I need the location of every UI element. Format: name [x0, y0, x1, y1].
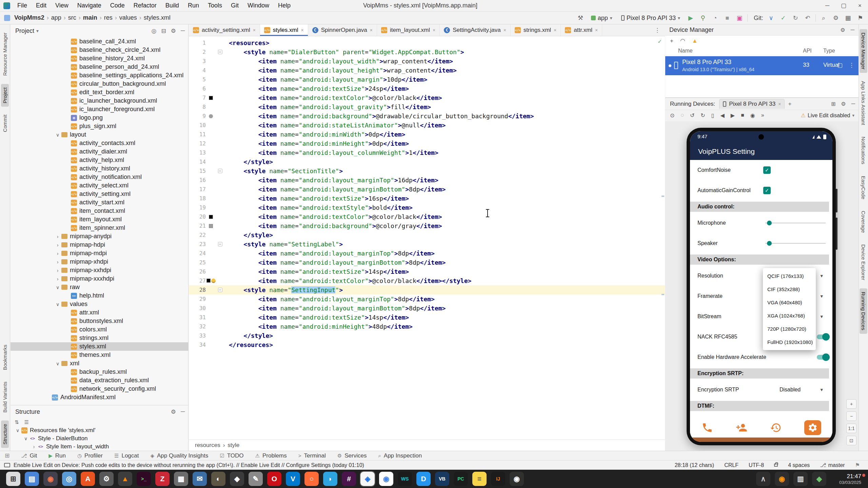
volume-icon[interactable]: ◌	[680, 112, 684, 119]
project-tree-item-data-extraction-rules-xml[interactable]: </>data_extraction_rules.xml	[11, 376, 188, 385]
fold-device-icon[interactable]: ▯	[711, 112, 714, 119]
tab-options-icon[interactable]: ⋮	[650, 24, 665, 36]
screenshot-tray-icon[interactable]: ◆	[812, 472, 826, 486]
resolution-option-vga-640x480-[interactable]: VGA (640x480)	[763, 296, 816, 309]
stop-button[interactable]: ■	[723, 14, 732, 22]
pair-wifi-icon[interactable]: ◠	[680, 37, 685, 44]
project-tree-item-strings-xml[interactable]: </>strings.xml	[11, 334, 188, 342]
dropdown-caret-icon[interactable]: ▾	[820, 387, 823, 393]
zotero-icon[interactable]: Z	[155, 472, 170, 486]
project-tree-item-ic-launcher-background-xml[interactable]: </>ic_launcher_background.xml	[11, 97, 188, 105]
nav-history-icon[interactable]	[770, 422, 782, 433]
tab-spinneropen-java[interactable]: CSpinnerOpen.java×	[308, 24, 377, 36]
intellij-icon[interactable]: IJ	[491, 472, 505, 486]
inspection-ok-icon[interactable]: ✓	[658, 38, 662, 45]
code-editor[interactable]: 1<resources>2− <style name="DialerButton…	[189, 36, 665, 440]
panel-settings-icon[interactable]: ⚙	[841, 101, 846, 107]
close-tab-icon[interactable]: ×	[370, 27, 373, 33]
project-tree-item-mipmap-xxhdpi[interactable]: ›mipmap-xxhdpi	[11, 266, 188, 274]
project-tree-item-baseline-settings-applications-24-xml[interactable]: </>baseline_settings_applications_24.xml	[11, 71, 188, 80]
run-button[interactable]: ▶	[686, 14, 695, 22]
create-device-icon[interactable]: +	[670, 38, 673, 44]
device-selector[interactable]: Pixel 8 Pro API 33 ▾	[618, 14, 683, 22]
caret-position[interactable]: 28:18 (12 chars)	[675, 462, 714, 468]
project-tree-item-item-layout-xml[interactable]: </>item_layout.xml	[11, 215, 188, 224]
zoom-fit-button[interactable]: ⊡	[846, 436, 856, 445]
firefox-tray-icon[interactable]: ◉	[775, 472, 789, 486]
expanded-chevron-icon[interactable]: ∨	[54, 302, 61, 307]
virtualbox-icon[interactable]: VB	[435, 472, 449, 486]
git-history-icon[interactable]: ↻	[791, 14, 800, 22]
hide-panel-icon[interactable]: ─	[181, 408, 185, 415]
code-line[interactable]: 33 </style>	[189, 331, 665, 340]
file-encoding[interactable]: UTF-8	[749, 462, 764, 468]
screen-record-icon[interactable]: ▣	[735, 14, 744, 22]
tool-stripe-commit[interactable]: Commit	[1, 111, 9, 136]
toolwindow-terminal[interactable]: >Terminal	[298, 452, 326, 459]
project-tree-item-item-contact-xml[interactable]: </>item_contact.xml	[11, 207, 188, 215]
code-line[interactable]: 29 <item name="android:layout_marginTop"…	[189, 294, 665, 304]
project-tree-item-mipmap-hdpi[interactable]: ›mipmap-hdpi	[11, 241, 188, 249]
chrome-icon[interactable]: ◉	[379, 472, 393, 486]
code-line[interactable]: 34</resources>	[189, 340, 665, 349]
code-line[interactable]: 11 <item name="android:minWidth">0dp</it…	[189, 130, 665, 139]
project-tree-item-buttonstyles-xml[interactable]: </>buttonstyles.xml	[11, 317, 188, 325]
project-tree-item-mipmap-xxxhdpi[interactable]: ›mipmap-xxxhdpi	[11, 274, 188, 283]
rotate-left-icon[interactable]: ↺	[690, 112, 694, 119]
android-studio-icon[interactable]: ◈	[360, 472, 375, 486]
resolution-option-xga-1024x768-[interactable]: XGA (1024x768)	[763, 309, 816, 322]
menu-edit[interactable]: Edit	[32, 0, 51, 11]
project-tree-item-mipmap-anydpi[interactable]: ›mipmap-anydpi	[11, 232, 188, 241]
code-line[interactable]: 17 <item name="android:layout_marginBott…	[189, 185, 665, 194]
code-line[interactable]: 23− <style name="SettingLabel">	[189, 240, 665, 249]
camera-app-icon[interactable]: ◉	[510, 472, 524, 486]
menu-git[interactable]: Git	[226, 0, 243, 11]
text-editor-icon[interactable]: ✎	[249, 472, 263, 486]
hide-panel-icon[interactable]: ─	[181, 27, 185, 35]
postman-icon[interactable]: ○	[304, 472, 319, 486]
slider-speaker[interactable]	[765, 243, 826, 244]
project-tree-item-activity-contacts-xml[interactable]: </>activity_contacts.xml	[11, 139, 188, 147]
git-branch-widget[interactable]: ⎇ master	[820, 462, 845, 468]
media-player-icon[interactable]: ◉	[43, 472, 58, 486]
inkscape-icon[interactable]: ◆	[230, 472, 244, 486]
line-separator[interactable]: CRLF	[724, 462, 738, 468]
breadcrumb-res[interactable]: res	[103, 14, 114, 22]
project-tree-item-activity-help-xml[interactable]: </>activity_help.xml	[11, 156, 188, 164]
live-edit-status[interactable]: ⚠ Live Edit disabled ▾	[801, 112, 854, 119]
project-tree-item-activity-history-xml[interactable]: </>activity_history.xml	[11, 164, 188, 173]
code-line[interactable]: 4 <item name="android:layout_height">wra…	[189, 66, 665, 75]
menu-tools[interactable]: Tools	[203, 0, 226, 11]
project-tree-item-network-security-config-xml[interactable]: </>network_security_config.xml	[11, 385, 188, 393]
breadcrumb-app[interactable]: app	[50, 14, 63, 22]
show-apps-icon[interactable]: ⊞	[6, 472, 20, 486]
dropdown-caret-icon[interactable]: ▾	[820, 273, 823, 279]
gimp-icon[interactable]: ◐	[211, 472, 225, 486]
notifications-bell-icon[interactable]: ⚑	[856, 14, 865, 22]
telegram-icon[interactable]: ◗	[323, 472, 337, 486]
code-line[interactable]: 16 <item name="android:layout_marginTop"…	[189, 176, 665, 185]
float-window-icon[interactable]: ⊞	[831, 101, 835, 107]
tool-stripe-easycode[interactable]: EasyCode	[860, 172, 867, 203]
code-line[interactable]: 28− <style name="SettingInput">	[189, 285, 665, 294]
expanded-chevron-icon[interactable]: ∨	[22, 436, 29, 441]
toolwindow-problems[interactable]: ⚠Problems	[255, 452, 287, 459]
code-line[interactable]: 13 <item name="android:layout_columnWeig…	[189, 148, 665, 157]
maximize-button[interactable]: ▢	[835, 0, 852, 11]
tool-stripe-running-devices[interactable]: Running Devices	[860, 288, 867, 333]
zoom-reset-button[interactable]: 1:1	[846, 424, 856, 433]
toolwindow-app-quality-insights[interactable]: ◈App Quality Insights	[150, 452, 208, 459]
menu-help[interactable]: Help	[274, 0, 295, 11]
terminal-icon[interactable]: >_	[137, 472, 151, 486]
resolution-option-qcif-176x133-[interactable]: QCIF (176x133)	[763, 269, 816, 283]
code-line[interactable]: 27 <item name="android:textColor">@color…	[189, 276, 665, 285]
docker-icon[interactable]: D	[416, 472, 431, 486]
project-tree-item-values[interactable]: ∨values	[11, 300, 188, 308]
structure-item-resources-file-styles-xml-[interactable]: ∨</>Resources file 'styles.xml'	[11, 426, 188, 434]
code-line[interactable]: 6 <item name="android:textSize">24sp</it…	[189, 84, 665, 93]
project-tree-item-activity-dialer-xml[interactable]: </>activity_dialer.xml	[11, 147, 188, 156]
tab-strings-xml[interactable]: </>strings.xml×	[511, 24, 561, 36]
zoom-in-button[interactable]: +	[846, 399, 856, 409]
project-tree-item-xml[interactable]: ∨xml	[11, 359, 188, 368]
project-tree-item-attr-xml[interactable]: </>attr.xml	[11, 308, 188, 317]
